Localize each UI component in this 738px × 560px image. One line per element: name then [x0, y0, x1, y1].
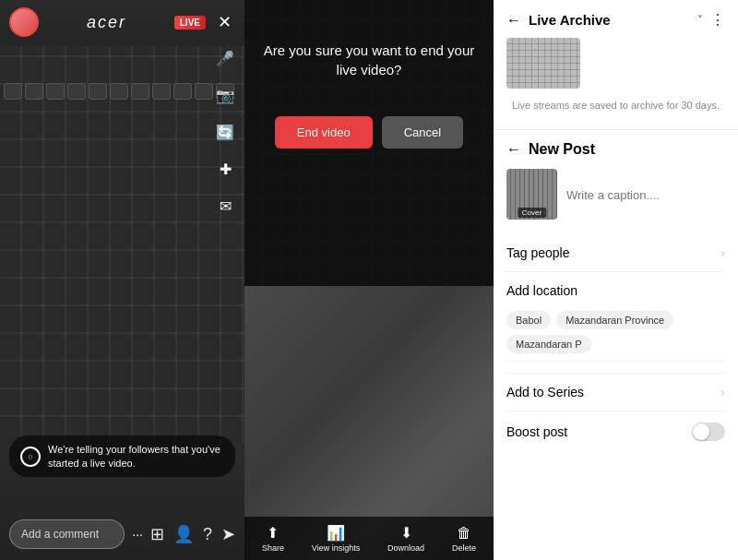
key	[110, 83, 128, 100]
close-button[interactable]: ✕	[213, 11, 235, 33]
delete-label: Delete	[452, 543, 476, 553]
dialog-content: Are you sure you want to end your live v…	[244, 22, 494, 167]
download-icon: ⬇	[400, 524, 412, 542]
question-icon[interactable]: ?	[203, 525, 212, 544]
share-button[interactable]: ⬆ Share	[262, 524, 284, 553]
new-post-title: New Post	[529, 141, 725, 158]
cover-badge: Cover	[518, 208, 546, 218]
end-video-panel: Are you sure you want to end your live v…	[244, 0, 494, 560]
chevron-right-icon: ›	[720, 385, 725, 399]
share-icon: ⬆	[267, 524, 279, 542]
key	[25, 83, 43, 100]
live-archive-section: ← Live Archive ˅ ⋮ Live streams are save…	[494, 0, 738, 130]
video-toolbar: ⬆ Share 📊 View insights ⬇ Download 🗑 Del…	[244, 517, 494, 560]
add-to-series-row[interactable]: Add to Series ›	[506, 374, 725, 411]
tag-people-row[interactable]: Tag people ›	[506, 234, 725, 272]
toggle-knob	[693, 423, 709, 440]
key	[131, 83, 149, 100]
new-post-section: ← New Post Cover Tag people › Add locati…	[494, 130, 738, 560]
post-thumbnail: Cover	[506, 169, 557, 220]
key	[89, 83, 107, 100]
comment-bar: Add a comment ··· ⊞ 👤 ? ➤	[9, 519, 235, 549]
key	[67, 83, 86, 100]
download-button[interactable]: ⬇ Download	[387, 524, 424, 553]
end-video-button[interactable]: End video	[275, 116, 373, 149]
notification-icon: ○	[20, 447, 41, 467]
key	[4, 83, 22, 100]
caption-input[interactable]	[566, 169, 725, 220]
live-stream-panel: acer LIVE ✕ 🎤 📷 🔄 ✚ ✉ ○ We're telling yo…	[0, 0, 244, 560]
add-to-series-label: Add to Series	[506, 385, 720, 399]
cancel-button[interactable]: Cancel	[382, 116, 463, 149]
boost-post-label: Boost post	[506, 424, 692, 439]
add-icon[interactable]: ✚	[213, 157, 237, 181]
download-label: Download	[387, 543, 424, 553]
live-archive-header: ← Live Archive ˅ ⋮	[506, 11, 725, 29]
location-tags: Babol Mazandaran Province Mazandaran P	[506, 304, 725, 362]
add-media-icon[interactable]: ⊞	[150, 524, 164, 544]
stream-header: acer LIVE ✕	[0, 0, 244, 44]
insights-icon: 📊	[327, 524, 345, 542]
add-location-row[interactable]: Add location Babol Mazandaran Province M…	[506, 272, 725, 374]
end-video-dialog: Are you sure you want to end your live v…	[244, 0, 494, 286]
new-post-back-icon[interactable]: ←	[506, 141, 521, 158]
boost-post-row[interactable]: Boost post	[506, 411, 725, 452]
bottom-action-group: ⊞ 👤 ? ➤	[150, 524, 235, 544]
live-badge: LIVE	[174, 16, 206, 30]
dialog-buttons: End video Cancel	[263, 116, 475, 149]
boost-toggle[interactable]	[692, 423, 725, 441]
back-arrow-icon[interactable]: ←	[506, 12, 521, 29]
live-archive-title: Live Archive	[529, 12, 697, 28]
share-label: Share	[262, 543, 284, 553]
brand-logo: acer	[39, 13, 174, 32]
archive-post-panel: ← Live Archive ˅ ⋮ Live streams are save…	[494, 0, 738, 560]
insights-label: View insights	[312, 543, 360, 553]
view-insights-button[interactable]: 📊 View insights	[312, 524, 360, 553]
key	[173, 83, 192, 100]
key	[152, 83, 171, 100]
location-tag-mazandaran-p[interactable]: Mazandaran P	[506, 335, 591, 353]
notification-text: We're telling your followers that you've…	[48, 443, 224, 470]
new-post-header: ← New Post	[506, 141, 725, 158]
camera-icon[interactable]: 📷	[213, 83, 237, 107]
dropdown-icon[interactable]: ˅	[697, 14, 703, 27]
flip-camera-icon[interactable]: 🔄	[213, 120, 237, 144]
keyboard-visual	[0, 46, 244, 443]
delete-button[interactable]: 🗑 Delete	[452, 525, 476, 553]
send-message-icon[interactable]: ➤	[221, 524, 235, 544]
video-preview: ⬆ Share 📊 View insights ⬇ Download 🗑 Del…	[244, 286, 494, 560]
chevron-right-icon: ›	[720, 245, 725, 260]
right-icon-group: 🎤 📷 🔄 ✚ ✉	[213, 46, 237, 218]
mic-icon[interactable]: 🎤	[213, 46, 237, 70]
avatar[interactable]	[9, 7, 39, 37]
location-tag-babol[interactable]: Babol	[506, 311, 551, 329]
location-tag-mazandaran[interactable]: Mazandaran Province	[556, 311, 673, 329]
thumbnail-image	[506, 38, 580, 89]
key	[195, 83, 213, 100]
more-options-icon[interactable]: ⋮	[710, 11, 725, 29]
dialog-title: Are you sure you want to end your live v…	[263, 41, 475, 79]
comment-input[interactable]: Add a comment	[9, 519, 125, 549]
comment-placeholder: Add a comment	[21, 528, 99, 541]
archive-info-text: Live streams are saved to archive for 30…	[506, 96, 725, 118]
send-icon[interactable]: ✉	[213, 194, 237, 218]
new-post-top: Cover	[506, 169, 725, 220]
key	[46, 83, 65, 100]
more-options-button[interactable]: ···	[132, 527, 143, 542]
add-location-label: Add location	[506, 283, 725, 298]
add-person-icon[interactable]: 👤	[173, 524, 194, 544]
notification-bar: ○ We're telling your followers that you'…	[9, 435, 235, 477]
archive-thumbnail	[506, 38, 580, 89]
delete-icon: 🗑	[457, 525, 471, 542]
tag-people-label: Tag people	[506, 245, 720, 260]
